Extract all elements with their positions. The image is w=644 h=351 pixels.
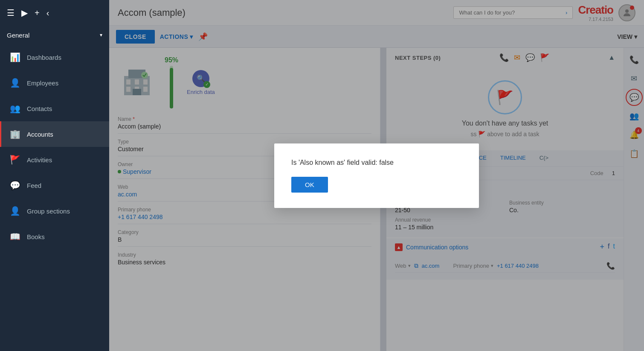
sidebar-item-group-sections[interactable]: 👤 Group sections [0, 198, 109, 224]
play-icon[interactable]: ▶ [21, 8, 28, 18]
dialog-ok-button[interactable]: OK [291, 177, 328, 193]
contacts-icon: 👥 [10, 103, 20, 114]
dialog-box: Is 'Also known as' field valid: false OK [274, 143, 479, 208]
sidebar-item-employees[interactable]: 👤 Employees [0, 70, 109, 96]
plus-icon[interactable]: + [35, 8, 40, 18]
dialog-actions: OK [291, 177, 462, 193]
dialog-overlay: Is 'Also known as' field valid: false OK [109, 48, 644, 351]
sidebar-item-label: Feed [27, 182, 41, 189]
sidebar: ☰ ▶ + ‹ General ▾ 📊 Dashboards 👤 Employe… [0, 0, 109, 351]
sidebar-item-contacts[interactable]: 👥 Contacts [0, 96, 109, 121]
sidebar-item-dashboards[interactable]: 📊 Dashboards [0, 44, 109, 70]
accounts-icon: 🏢 [10, 129, 20, 139]
sidebar-general[interactable]: General ▾ [0, 26, 109, 44]
sidebar-item-label: Books [27, 233, 45, 240]
feed-icon: 💬 [10, 180, 20, 190]
main-content: Accom (sample) › Creatio 7.17.4.2153 CLO… [109, 0, 644, 351]
sidebar-item-feed[interactable]: 💬 Feed [0, 173, 109, 198]
back-icon[interactable]: ‹ [46, 8, 49, 18]
content-area: 95% 🔍 ✓ Enrich data Name [109, 48, 644, 351]
hamburger-icon[interactable]: ☰ [7, 8, 15, 18]
sidebar-nav: 📊 Dashboards 👤 Employees 👥 Contacts 🏢 Ac… [0, 44, 109, 351]
activities-icon: 🚩 [10, 155, 20, 165]
sidebar-header: ☰ ▶ + ‹ [0, 0, 109, 26]
sidebar-item-label: Activities [27, 156, 52, 164]
sidebar-item-accounts[interactable]: 🏢 Accounts [0, 121, 109, 147]
sidebar-item-label: Employees [27, 79, 58, 87]
sidebar-general-label: General [7, 32, 29, 39]
employees-icon: 👤 [10, 78, 20, 88]
dashboards-icon: 📊 [10, 52, 20, 62]
sidebar-general-chevron: ▾ [100, 32, 102, 38]
books-icon: 📖 [10, 231, 20, 242]
dialog-message: Is 'Also known as' field valid: false [291, 159, 462, 167]
sidebar-item-books[interactable]: 📖 Books [0, 224, 109, 249]
group-sections-icon: 👤 [10, 206, 20, 216]
sidebar-item-label: Accounts [27, 131, 53, 138]
sidebar-item-activities[interactable]: 🚩 Activities [0, 147, 109, 173]
sidebar-item-label: Group sections [27, 208, 70, 215]
sidebar-item-label: Contacts [27, 105, 52, 112]
sidebar-item-label: Dashboards [27, 54, 61, 61]
